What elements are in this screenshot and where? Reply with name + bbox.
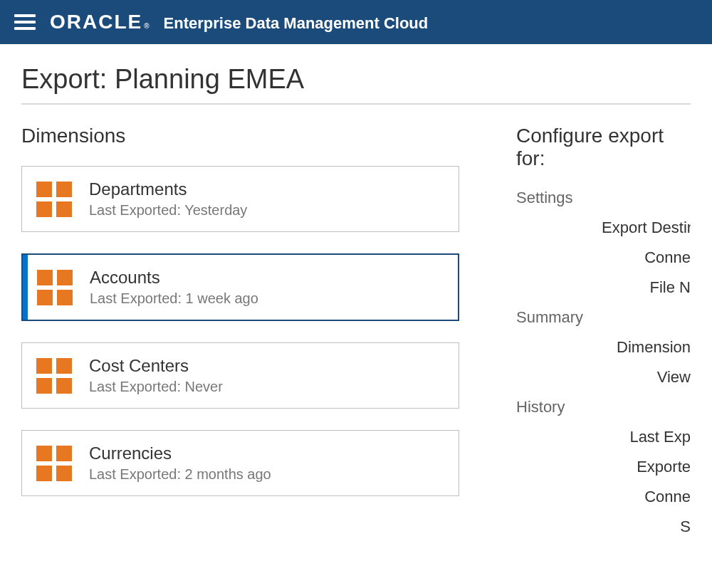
group-title: Summary <box>516 308 691 327</box>
grid-icon <box>36 182 72 217</box>
field-label: Exporte <box>602 458 691 476</box>
dimension-card[interactable]: AccountsLast Exported: 1 week ago <box>21 253 459 321</box>
divider <box>21 103 691 105</box>
grid-icon <box>37 270 73 305</box>
group-title: History <box>516 398 691 416</box>
brand: ORACLE® Enterprise Data Management Cloud <box>50 11 428 33</box>
field-label: Conne <box>602 488 691 506</box>
dimension-list: DepartmentsLast Exported: YesterdayAccou… <box>21 166 459 496</box>
dimension-card[interactable]: Cost CentersLast Exported: Never <box>21 342 459 409</box>
dimension-meta: Last Exported: Never <box>89 379 223 395</box>
dimension-name: Accounts <box>90 268 258 288</box>
dimension-name: Departments <box>89 179 247 199</box>
dimension-card[interactable]: DepartmentsLast Exported: Yesterday <box>21 166 459 232</box>
field-label: File N <box>602 278 691 297</box>
field-label: S <box>602 518 691 536</box>
dimension-meta: Last Exported: 2 months ago <box>89 466 271 483</box>
field-label: Last Exp <box>602 428 691 446</box>
field-label: View <box>602 368 691 387</box>
field-label: Export Destin <box>602 219 691 237</box>
menu-icon[interactable] <box>14 14 36 30</box>
app-header: ORACLE® Enterprise Data Management Cloud <box>0 0 712 44</box>
product-name: Enterprise Data Management Cloud <box>164 14 429 33</box>
dimensions-heading: Dimensions <box>21 125 459 147</box>
dimension-meta: Last Exported: 1 week ago <box>90 290 258 307</box>
dimension-card[interactable]: CurrenciesLast Exported: 2 months ago <box>21 430 459 496</box>
group-title: Settings <box>516 189 691 207</box>
field-label: Dimension <box>602 338 691 357</box>
page-title: Export: Planning EMEA <box>21 64 691 95</box>
dimension-name: Cost Centers <box>89 356 223 376</box>
grid-icon <box>36 358 72 394</box>
grid-icon <box>36 446 72 481</box>
dimension-meta: Last Exported: Yesterday <box>89 202 247 219</box>
dimension-name: Currencies <box>89 443 271 463</box>
oracle-logo: ORACLE® <box>50 11 151 33</box>
field-label: Conne <box>602 248 691 267</box>
configure-heading: Configure export for: <box>516 125 691 170</box>
